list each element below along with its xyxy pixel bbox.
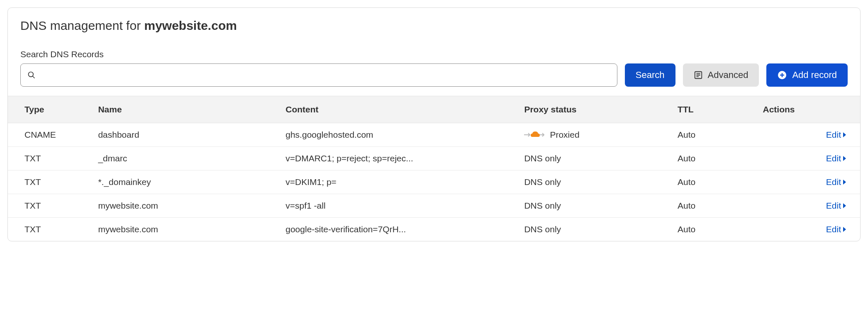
cell-name: mywebsite.com: [93, 194, 280, 218]
svg-point-0: [29, 72, 34, 77]
cell-name: *._domainkey: [93, 170, 280, 194]
cell-proxy: DNS only: [519, 194, 673, 218]
cell-actions: Edit: [758, 218, 860, 241]
cell-proxy: DNS only: [519, 218, 673, 241]
caret-right-icon: [842, 132, 848, 138]
plus-circle-icon: [777, 70, 787, 80]
cell-name: _dmarc: [93, 147, 280, 170]
edit-label: Edit: [826, 201, 841, 211]
table-row: TXTmywebsite.comgoogle-site-verification…: [8, 218, 860, 241]
proxy-status-text: DNS only: [524, 177, 561, 187]
advanced-button[interactable]: Advanced: [683, 63, 759, 87]
edit-label: Edit: [826, 224, 841, 234]
cell-ttl: Auto: [673, 194, 758, 218]
table-row: TXTmywebsite.comv=spf1 -allDNS onlyAutoE…: [8, 194, 860, 218]
list-icon: [694, 71, 703, 80]
cell-actions: Edit: [758, 147, 860, 170]
proxy-status-text: DNS only: [524, 224, 561, 234]
edit-label: Edit: [826, 177, 841, 187]
cell-content: v=DKIM1; p=: [280, 170, 519, 194]
edit-label: Edit: [826, 130, 841, 140]
title-domain: mywebsite.com: [144, 19, 237, 32]
caret-right-icon: [842, 203, 848, 209]
proxy-status-text: Proxied: [550, 130, 579, 140]
cell-proxy: DNS only: [519, 170, 673, 194]
dns-table: Type Name Content Proxy status TTL Actio…: [8, 96, 860, 241]
cell-actions: Edit: [758, 170, 860, 194]
caret-right-icon: [842, 179, 848, 185]
add-record-label: Add record: [792, 70, 837, 80]
table-row: CNAMEdashboardghs.googlehosted.comProxie…: [8, 123, 860, 147]
search-button[interactable]: Search: [625, 63, 675, 87]
proxy-status-text: DNS only: [524, 153, 561, 163]
th-proxy: Proxy status: [519, 96, 673, 123]
th-ttl: TTL: [673, 96, 758, 123]
edit-button[interactable]: Edit: [826, 130, 848, 140]
cell-ttl: Auto: [673, 170, 758, 194]
cell-content: v=DMARC1; p=reject; sp=rejec...: [280, 147, 519, 170]
svg-line-1: [33, 76, 35, 78]
edit-button[interactable]: Edit: [826, 224, 848, 234]
th-name: Name: [93, 96, 280, 123]
cell-ttl: Auto: [673, 123, 758, 147]
cell-ttl: Auto: [673, 218, 758, 241]
proxy-status-text: DNS only: [524, 201, 561, 210]
cloud-proxied-icon: [524, 130, 545, 140]
cell-content: google-site-verification=7QrH...: [280, 218, 519, 241]
caret-right-icon: [842, 226, 848, 232]
controls-row: Search Advanced: [20, 63, 848, 87]
edit-label: Edit: [826, 153, 841, 163]
edit-button[interactable]: Edit: [826, 177, 848, 187]
cell-name: dashboard: [93, 123, 280, 147]
cell-proxy: Proxied: [519, 123, 673, 147]
caret-right-icon: [842, 156, 848, 161]
page-title: DNS management for mywebsite.com: [20, 19, 848, 33]
cell-type: TXT: [8, 218, 93, 241]
th-actions: Actions: [758, 96, 860, 123]
th-type: Type: [8, 96, 93, 123]
th-content: Content: [280, 96, 519, 123]
cell-type: TXT: [8, 147, 93, 170]
table-row: TXT*._domainkeyv=DKIM1; p=DNS onlyAutoEd…: [8, 170, 860, 194]
table-row: TXT_dmarcv=DMARC1; p=reject; sp=rejec...…: [8, 147, 860, 170]
cell-type: TXT: [8, 170, 93, 194]
edit-button[interactable]: Edit: [826, 201, 848, 211]
cell-actions: Edit: [758, 194, 860, 218]
dns-panel: DNS management for mywebsite.com Search …: [7, 7, 861, 241]
cell-actions: Edit: [758, 123, 860, 147]
search-label: Search DNS Records: [20, 49, 848, 59]
title-prefix: DNS management for: [20, 19, 144, 32]
cell-type: TXT: [8, 194, 93, 218]
cell-type: CNAME: [8, 123, 93, 147]
cell-ttl: Auto: [673, 147, 758, 170]
edit-button[interactable]: Edit: [826, 153, 848, 163]
add-record-button[interactable]: Add record: [766, 63, 848, 87]
search-input[interactable]: [41, 70, 610, 80]
search-box[interactable]: [20, 63, 617, 87]
cell-content: ghs.googlehosted.com: [280, 123, 519, 147]
cell-content: v=spf1 -all: [280, 194, 519, 218]
cell-proxy: DNS only: [519, 147, 673, 170]
search-icon: [27, 71, 36, 79]
advanced-label: Advanced: [708, 70, 749, 80]
cell-name: mywebsite.com: [93, 218, 280, 241]
